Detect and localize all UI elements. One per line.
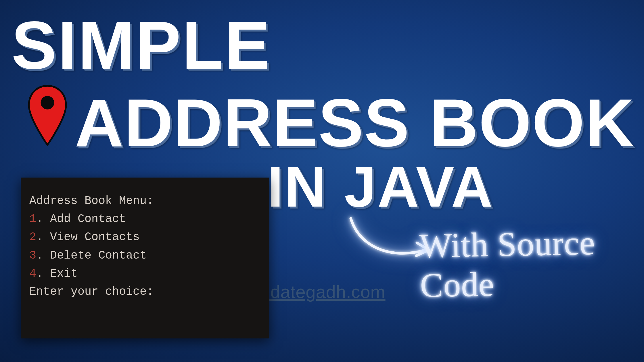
terminal-window: Address Book Menu: 1. Add Contact 2. Vie…	[21, 178, 269, 338]
menu-item: 2. View Contacts	[29, 228, 261, 246]
menu-item: 3. Delete Contact	[29, 247, 261, 265]
menu-item: 1. Add Contact	[29, 210, 261, 228]
menu-item: 4. Exit	[29, 265, 261, 283]
terminal-prompt: Enter your choice:	[29, 283, 261, 301]
watermark-link[interactable]: updategadh.com	[250, 282, 386, 302]
heading-line-1: SIMPLE	[12, 11, 271, 79]
svg-point-0	[41, 96, 54, 109]
heading-line-3: IN JAVA	[267, 158, 494, 215]
heading-line-2: ADDRESS BOOK	[75, 89, 635, 157]
map-pin-icon	[26, 83, 69, 147]
subtitle-handwritten: With Source Code	[419, 222, 644, 305]
terminal-title: Address Book Menu:	[29, 192, 261, 210]
